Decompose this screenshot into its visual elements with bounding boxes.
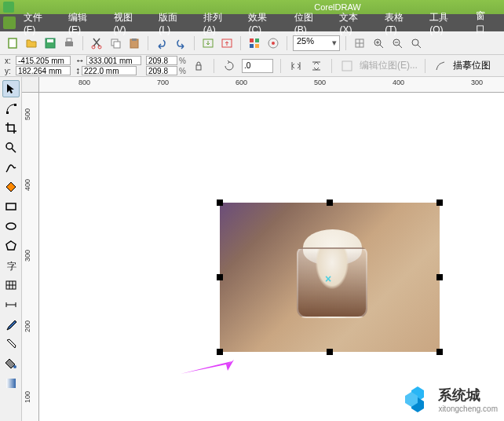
svg-rect-10 [132, 38, 137, 41]
menu-bitmaps[interactable]: 位图(B) [288, 9, 332, 37]
percent-label: % [179, 57, 186, 65]
svg-rect-4 [67, 38, 71, 42]
mirror-h-button[interactable] [288, 58, 304, 74]
selected-bitmap[interactable]: × [220, 203, 440, 352]
y-position-input[interactable] [16, 66, 71, 75]
menu-text[interactable]: 文本(X) [333, 9, 377, 37]
ruler-tick: 400 [24, 179, 31, 191]
svg-line-30 [418, 45, 421, 48]
lock-ratio-button[interactable] [191, 58, 206, 74]
selection-center-marker: × [325, 273, 331, 285]
resize-handle-tr[interactable] [436, 200, 443, 206]
print-button[interactable] [61, 35, 77, 51]
rotate-icon [221, 58, 237, 74]
corel-menu-icon[interactable] [3, 16, 16, 29]
svg-rect-8 [114, 42, 120, 48]
welcome-button[interactable] [265, 35, 281, 51]
toolbox: 字 [0, 77, 22, 421]
zoom-tool[interactable] [2, 139, 20, 156]
menu-view[interactable]: 视图(V) [108, 9, 152, 37]
svg-point-18 [272, 42, 275, 45]
app-launcher-button[interactable] [247, 35, 262, 51]
width-input[interactable] [86, 56, 141, 65]
export-button[interactable] [219, 35, 235, 51]
svg-rect-0 [9, 38, 16, 48]
resize-handle-ml[interactable] [217, 274, 223, 280]
horizontal-ruler[interactable]: 800 700 600 500 400 300 [39, 77, 504, 93]
snap-button[interactable] [352, 35, 367, 51]
size-group: ↔ ↕ [75, 56, 141, 75]
new-doc-button[interactable] [5, 35, 20, 51]
resize-handle-bl[interactable] [217, 349, 223, 355]
zoom-in-button[interactable] [371, 35, 386, 51]
svg-line-23 [380, 45, 383, 48]
property-bar: x: y: ↔ ↕ % % 编辑位图(E)... [0, 55, 504, 77]
zoom-level-select[interactable]: 25% [293, 35, 340, 51]
drawing-canvas[interactable]: × [39, 93, 504, 421]
ruler-origin[interactable] [22, 77, 39, 93]
ruler-tick: 300 [24, 250, 31, 262]
zoom-out-button[interactable] [389, 35, 405, 51]
separator [148, 36, 148, 50]
menu-tools[interactable]: 工具(O) [423, 9, 468, 37]
watermark-title: 系统城 [438, 386, 498, 405]
menu-effects[interactable]: 效果(C) [242, 9, 286, 37]
polygon-tool[interactable] [2, 237, 20, 254]
menu-bar: 文件(F) 编辑(E) 视图(V) 版面(L) 排列(A) 效果(C) 位图(B… [0, 14, 504, 31]
freehand-tool[interactable] [2, 159, 20, 176]
separator [214, 59, 214, 73]
outline-tool[interactable] [2, 335, 20, 353]
width-icon: ↔ [75, 55, 85, 66]
resize-handle-tm[interactable] [327, 200, 333, 206]
annotation-arrow [181, 360, 236, 375]
menu-window[interactable]: 窗口 [469, 8, 501, 38]
table-tool[interactable] [2, 276, 20, 294]
trace-bitmap-icon[interactable] [433, 58, 448, 74]
ellipse-tool[interactable] [2, 218, 20, 235]
eyedropper-tool[interactable] [2, 316, 20, 333]
trace-bitmap-label[interactable]: 描摹位图 [453, 59, 491, 72]
open-button[interactable] [24, 35, 39, 51]
scale-group: % % [146, 56, 186, 75]
menu-edit[interactable]: 编辑(E) [62, 9, 106, 37]
dimension-tool[interactable] [2, 296, 20, 313]
svg-rect-2 [47, 39, 53, 42]
undo-button[interactable] [154, 35, 170, 51]
shape-tool[interactable] [2, 100, 20, 117]
angle-input[interactable] [242, 59, 273, 73]
paste-button[interactable] [126, 35, 142, 51]
rectangle-tool[interactable] [2, 198, 20, 215]
resize-handle-mr[interactable] [436, 274, 443, 280]
menu-layout[interactable]: 版面(L) [152, 9, 195, 37]
cut-button[interactable] [89, 35, 104, 51]
import-button[interactable] [200, 35, 216, 51]
ruler-tick: 300 [471, 79, 483, 86]
vertical-ruler[interactable]: 500 400 300 200 100 [22, 93, 39, 421]
menu-file[interactable]: 文件(F) [17, 9, 60, 37]
x-position-input[interactable] [16, 56, 71, 65]
menu-arrange[interactable]: 排列(A) [197, 9, 241, 37]
smart-fill-tool[interactable] [2, 178, 20, 196]
crop-tool[interactable] [2, 119, 20, 137]
mirror-v-button[interactable] [309, 58, 324, 74]
svg-line-27 [399, 45, 402, 48]
resize-handle-tl[interactable] [217, 200, 223, 206]
svg-rect-15 [250, 44, 254, 48]
app-icon [3, 2, 14, 13]
separator [194, 36, 195, 50]
height-input[interactable] [82, 66, 137, 75]
resize-handle-br[interactable] [436, 349, 443, 355]
svg-point-35 [6, 143, 13, 149]
menu-table[interactable]: 表格(T) [378, 9, 422, 37]
scale-y-input[interactable] [146, 66, 177, 75]
text-tool[interactable]: 字 [2, 257, 20, 274]
copy-button[interactable] [108, 35, 123, 51]
resize-handle-bm[interactable] [327, 349, 333, 355]
interactive-fill-tool[interactable] [2, 375, 20, 392]
fill-tool[interactable] [2, 355, 20, 372]
save-button[interactable] [42, 35, 58, 51]
redo-button[interactable] [173, 35, 188, 51]
zoom-fit-button[interactable] [408, 35, 424, 51]
scale-x-input[interactable] [146, 56, 177, 65]
pick-tool[interactable] [2, 80, 20, 97]
